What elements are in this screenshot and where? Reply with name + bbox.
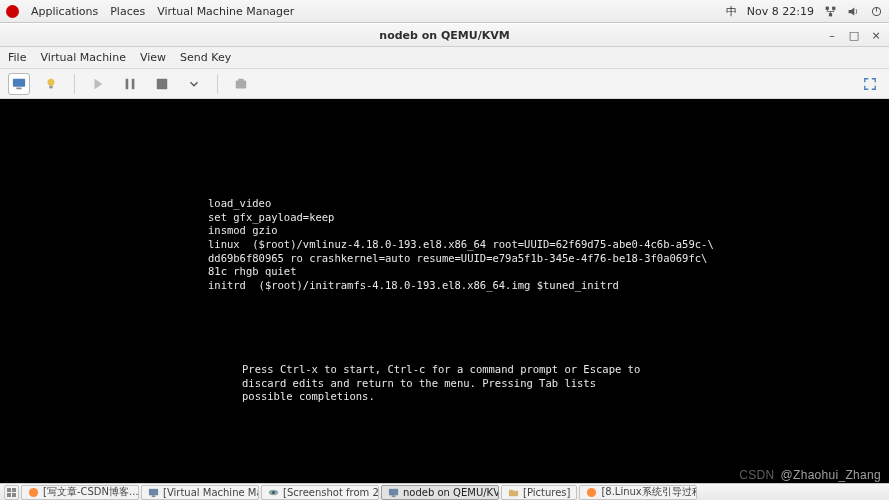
grub-help-block: Press Ctrl-x to start, Ctrl-c for a comm…	[242, 363, 640, 404]
vmm-icon	[388, 487, 399, 498]
task-label: [8.Linux系统引导过程...	[601, 485, 697, 499]
svg-rect-5	[16, 87, 21, 89]
svg-rect-0	[826, 6, 829, 9]
svg-rect-23	[392, 495, 396, 497]
menu-virtual-machine[interactable]: Virtual Machine	[40, 51, 126, 64]
network-icon[interactable]	[824, 5, 837, 18]
svg-rect-19	[152, 495, 156, 497]
svg-rect-1	[832, 6, 835, 9]
window-minimize-button[interactable]: –	[825, 28, 839, 42]
window-close-button[interactable]: ×	[869, 28, 883, 42]
applications-menu[interactable]: Applications	[31, 5, 98, 18]
task-label: [Virtual Machine Man...	[163, 487, 259, 498]
gnome-taskbar: [写文章-CSDN博客...[Virtual Machine Man...[Sc…	[0, 483, 889, 500]
eye-icon	[268, 487, 279, 498]
toolbar-separator	[217, 74, 218, 94]
snapshot-button[interactable]	[230, 73, 252, 95]
task-label: [Pictures]	[523, 487, 570, 498]
svg-point-6	[48, 78, 55, 85]
places-menu[interactable]: Places	[110, 5, 145, 18]
svg-point-21	[272, 491, 275, 494]
task-button-2[interactable]: [Screenshot from 20...	[261, 485, 379, 500]
window-maximize-button[interactable]: □	[847, 28, 861, 42]
task-button-0[interactable]: [写文章-CSDN博客...	[21, 485, 139, 500]
firefox-icon	[28, 487, 39, 498]
task-label: [写文章-CSDN博客...	[43, 485, 139, 499]
vm-console[interactable]: load_video set gfx_payload=keep insmod g…	[0, 99, 889, 483]
task-label: [Screenshot from 20...	[283, 487, 379, 498]
svg-rect-14	[12, 488, 16, 492]
task-button-4[interactable]: [Pictures]	[501, 485, 577, 500]
svg-rect-22	[389, 488, 398, 494]
svg-rect-7	[49, 85, 53, 88]
window-titlebar[interactable]: nodeb on QEMU/KVM – □ ×	[0, 23, 889, 47]
app-menubar: File Virtual Machine View Send Key	[0, 47, 889, 69]
app-toolbar	[0, 69, 889, 99]
fullscreen-icon	[863, 77, 877, 91]
run-button[interactable]	[87, 73, 109, 95]
input-method-indicator[interactable]: 中	[726, 4, 737, 19]
task-label: nodeb on QEMU/KVM	[403, 487, 499, 498]
svg-rect-2	[829, 13, 832, 16]
menu-send-key[interactable]: Send Key	[180, 51, 231, 64]
details-view-button[interactable]	[40, 73, 62, 95]
shutdown-button[interactable]	[151, 73, 173, 95]
task-button-3[interactable]: nodeb on QEMU/KVM	[381, 485, 499, 500]
svg-rect-13	[7, 488, 11, 492]
svg-rect-11	[236, 80, 247, 88]
svg-point-17	[29, 487, 38, 496]
pause-icon	[123, 77, 137, 91]
window-title: nodeb on QEMU/KVM	[0, 29, 889, 42]
gnome-top-panel: Applications Places Virtual Machine Mana…	[0, 0, 889, 23]
shutdown-menu-button[interactable]	[183, 73, 205, 95]
fullscreen-button[interactable]	[859, 73, 881, 95]
svg-rect-10	[157, 78, 168, 89]
vmm-icon	[148, 487, 159, 498]
redhat-logo-icon	[6, 5, 19, 18]
svg-rect-15	[7, 493, 11, 497]
grub-edit-block: load_video set gfx_payload=keep insmod g…	[208, 197, 714, 292]
watermark: CSDN@Zhaohui_Zhang	[739, 468, 881, 482]
clock-label[interactable]: Nov 8 22:19	[747, 5, 814, 18]
play-icon	[91, 77, 105, 91]
volume-icon[interactable]	[847, 5, 860, 18]
snapshot-icon	[234, 77, 248, 91]
firefox-icon	[586, 487, 597, 498]
bulb-icon	[44, 77, 58, 91]
task-button-1[interactable]: [Virtual Machine Man...	[141, 485, 259, 500]
svg-rect-4	[13, 78, 25, 86]
stop-icon	[155, 77, 169, 91]
svg-rect-18	[149, 488, 158, 494]
watermark-author: @Zhaohui_Zhang	[781, 468, 881, 482]
monitor-icon	[12, 77, 26, 91]
svg-rect-12	[238, 78, 243, 81]
power-icon[interactable]	[870, 5, 883, 18]
svg-rect-16	[12, 493, 16, 497]
vmm-app-menu[interactable]: Virtual Machine Manager	[157, 5, 294, 18]
svg-rect-9	[132, 78, 135, 89]
workspace-switcher[interactable]	[4, 485, 19, 500]
watermark-site: CSDN	[739, 468, 774, 482]
workspace-icon	[7, 488, 16, 497]
console-view-button[interactable]	[8, 73, 30, 95]
svg-point-24	[587, 487, 596, 496]
chevron-down-icon	[187, 77, 201, 91]
menu-view[interactable]: View	[140, 51, 166, 64]
menu-file[interactable]: File	[8, 51, 26, 64]
task-button-5[interactable]: [8.Linux系统引导过程...	[579, 485, 697, 500]
pause-button[interactable]	[119, 73, 141, 95]
toolbar-separator	[74, 74, 75, 94]
folder-icon	[508, 487, 519, 498]
svg-rect-8	[126, 78, 129, 89]
